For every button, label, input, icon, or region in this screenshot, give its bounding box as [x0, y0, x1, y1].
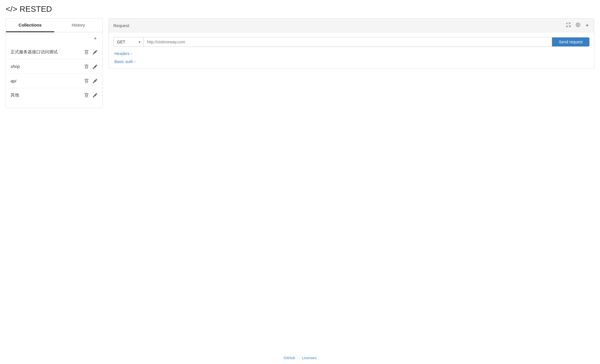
add-collection-button[interactable]: +: [92, 35, 98, 42]
request-header: Request +: [109, 19, 594, 33]
request-body: GET POST PUT DELETE PATCH HEAD OPTIONS ▼…: [109, 33, 594, 68]
collection-name: 正式服务器接口访问测试: [11, 49, 84, 55]
logo-icon: </>: [6, 5, 17, 14]
tab-bar: Collections History: [6, 19, 102, 32]
pencil-icon: [93, 64, 97, 69]
list-item[interactable]: shop: [6, 59, 102, 74]
tab-collections[interactable]: Collections: [6, 19, 54, 32]
trash-icon: [84, 79, 89, 83]
app-header: </> RESTED: [0, 0, 600, 18]
pencil-icon: [93, 79, 97, 83]
collection-actions: [84, 92, 98, 98]
url-row: GET POST PUT DELETE PATCH HEAD OPTIONS ▼…: [113, 37, 589, 47]
edit-button[interactable]: [92, 78, 98, 84]
section-links: Headers › Basic auth ›: [113, 51, 589, 64]
basic-auth-section-link[interactable]: Basic auth ›: [114, 59, 588, 64]
chevron-right-icon: ›: [134, 60, 135, 64]
right-panel: Request +: [108, 18, 594, 69]
delete-button[interactable]: [84, 49, 89, 55]
add-request-button[interactable]: +: [585, 22, 589, 29]
list-item[interactable]: api: [6, 74, 102, 88]
delete-button[interactable]: [84, 63, 89, 69]
request-header-actions: +: [565, 22, 589, 29]
send-request-button[interactable]: Send request: [552, 37, 589, 46]
edit-button[interactable]: [92, 63, 98, 69]
list-item[interactable]: 其他: [6, 88, 102, 102]
expand-icon: [566, 23, 571, 27]
method-select[interactable]: GET POST PUT DELETE PATCH HEAD OPTIONS: [114, 37, 143, 46]
headers-section-link[interactable]: Headers ›: [114, 51, 588, 56]
left-panel: Collections History + 正式服务器接口访问测试: [6, 18, 103, 108]
list-item[interactable]: 正式服务器接口访问测试: [6, 45, 102, 59]
settings-button[interactable]: [575, 22, 581, 29]
pencil-icon: [93, 93, 97, 98]
delete-button[interactable]: [84, 78, 89, 84]
trash-icon: [84, 93, 89, 98]
trash-icon: [84, 64, 89, 69]
trash-icon: [84, 50, 89, 54]
collection-name: 其他: [11, 92, 84, 98]
collection-actions: [84, 63, 98, 69]
edit-button[interactable]: [92, 92, 98, 98]
collection-actions: [84, 49, 98, 55]
collections-toolbar: +: [6, 32, 102, 45]
collection-list: 正式服务器接口访问测试: [6, 45, 102, 102]
app-name: RESTED: [19, 5, 52, 14]
pencil-icon: [93, 50, 97, 54]
main-content: Collections History + 正式服务器接口访问测试: [0, 18, 600, 108]
expand-button[interactable]: [565, 22, 571, 29]
headers-label: Headers: [114, 51, 130, 56]
method-select-wrapper: GET POST PUT DELETE PATCH HEAD OPTIONS ▼: [113, 37, 143, 47]
basic-auth-label: Basic auth: [114, 59, 133, 64]
url-input[interactable]: [143, 37, 552, 47]
app-title: </> RESTED: [6, 5, 52, 14]
collection-name: api: [11, 78, 84, 83]
tab-history[interactable]: History: [54, 19, 102, 32]
left-panel-footer: [6, 102, 102, 108]
gear-icon: [576, 23, 580, 27]
collection-actions: [84, 78, 98, 84]
delete-button[interactable]: [84, 92, 89, 98]
collection-name: shop: [11, 64, 84, 69]
request-section-title: Request: [113, 23, 129, 28]
chevron-right-icon: ›: [131, 52, 132, 56]
edit-button[interactable]: [92, 49, 98, 55]
